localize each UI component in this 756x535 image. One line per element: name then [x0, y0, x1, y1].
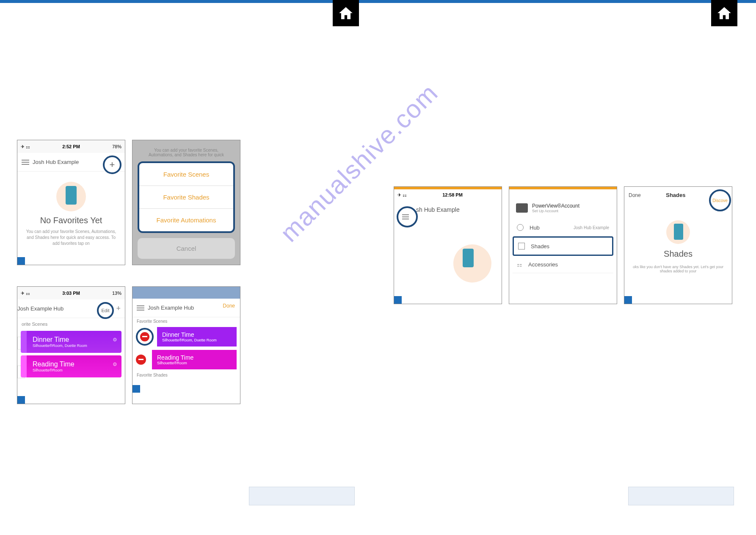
minus-icon [140, 332, 149, 341]
menu-label: Accessories [528, 261, 558, 268]
section-label: orite Scenes [17, 318, 125, 328]
scene-rooms: Silhouette®Room [157, 361, 232, 365]
screenshot-edit-mode: Josh Example Hub Done Favorite Scenes Di… [132, 286, 240, 404]
status-time: 12:58 PM [442, 192, 463, 197]
accessories-icon: ⚏ [517, 261, 522, 268]
delete-button-highlight[interactable] [136, 328, 154, 346]
hub-name: Josh Hub Example [574, 225, 609, 230]
shades-title: Shades [666, 192, 685, 198]
hub-icon [517, 224, 524, 231]
no-favorites-title: No Favorites Yet [17, 216, 125, 225]
menu-item-shades-highlight[interactable]: Shades [513, 236, 613, 256]
home-button-right[interactable] [711, 0, 737, 26]
menu-item-accessories[interactable]: ⚏ Accessories [513, 256, 613, 273]
status-bar: ✈ ⚏ 2:52 PM 78% [17, 140, 125, 153]
done-link[interactable]: Done [223, 303, 235, 309]
page-number-box-left [249, 487, 355, 505]
scene-rooms: Silhouette®Room, Duette Room [33, 344, 87, 348]
screenshot-favorites-list: ✈ ⚏ 3:03 PM 13% Josh Example Hub + Edit … [17, 286, 125, 404]
menu-label: Hub [530, 225, 540, 231]
shades-icon [518, 243, 525, 249]
battery-level: 78% [112, 144, 121, 149]
corner-marker [624, 296, 632, 304]
airplane-wifi-icons: ✈ ⚏ [397, 192, 407, 198]
brand-logo [516, 203, 528, 213]
home-button-left[interactable] [333, 0, 359, 26]
battery-level: 13% [112, 291, 121, 296]
status-bar: ✈ ⚏ 12:58 PM [394, 189, 502, 200]
done-link[interactable]: Done [629, 192, 641, 198]
status-time: 2:52 PM [62, 144, 80, 149]
airplane-wifi-icons: ✈ ⚏ [21, 291, 30, 296]
status-time: 3:03 PM [62, 291, 80, 296]
screenshot-action-sheet: You can add your favorite Scenes, Automa… [132, 140, 240, 265]
scene-tile-dinner[interactable]: Dinner Time Silhouette®Room, Duette Room [157, 327, 237, 347]
edit-row-dinner: Dinner Time Silhouette®Room, Duette Room [132, 325, 240, 348]
gear-icon[interactable]: ⚙ [113, 337, 117, 343]
menu-label: Shades [531, 243, 549, 249]
option-favorite-automations[interactable]: Favorite Automations [139, 209, 233, 231]
account-title: PowerView®Account [532, 203, 579, 209]
shades-heading: Shades [624, 249, 732, 259]
scene-title: Reading Time [157, 354, 232, 361]
no-favorites-subtitle: You can add your favorite Scenes, Automa… [17, 225, 125, 250]
screenshot-shades-discover: Done Shades Discove Shades oks like you … [624, 186, 732, 304]
hub-title: Josh Example Hub [148, 305, 194, 311]
row-bottom: ✈ ⚏ 3:03 PM 13% Josh Example Hub + Edit … [17, 286, 271, 404]
app-header: Josh Hub Example + [17, 153, 125, 172]
screenshot-hub-home: ✈ ⚏ 12:58 PM sh Hub Example [394, 186, 502, 304]
add-button-highlight[interactable]: + [103, 155, 121, 174]
hamburger-icon[interactable] [137, 305, 144, 310]
scene-card-dinner[interactable]: Dinner Time Silhouette®Room, Duette Room… [21, 331, 121, 353]
edit-button-highlight[interactable]: Edit [97, 302, 114, 319]
scene-card-reading[interactable]: Reading Time Silhouette®Room ⚙ [21, 355, 121, 377]
corner-marker [132, 385, 140, 393]
cancel-button[interactable]: Cancel [138, 238, 235, 259]
phone-illustration [666, 220, 690, 244]
corner-marker [17, 257, 25, 265]
right-row: ✈ ⚏ 12:58 PM sh Hub Example PowerView®Ac… [394, 186, 732, 304]
screenshot-no-favorites: ✈ ⚏ 2:52 PM 78% Josh Hub Example + No Fa… [17, 140, 125, 265]
hamburger-icon[interactable] [22, 160, 29, 165]
account-subtitle: Set Up Account [532, 209, 579, 213]
scene-title: Dinner Time [33, 336, 87, 344]
phone-illustration [453, 244, 491, 283]
section-label: Favorite Scenes [132, 317, 240, 325]
option-favorite-shades[interactable]: Favorite Shades [139, 186, 233, 209]
scene-rooms: Silhouette®Room, Duette Room [162, 338, 232, 342]
home-icon [716, 5, 732, 21]
hub-title: Josh Example Hub [17, 305, 63, 312]
page-number-box-right [628, 487, 734, 505]
scene-tile-reading[interactable]: Reading Time Silhouette®Room [152, 350, 237, 369]
menu-item-hub[interactable]: Hub Josh Hub Example [513, 219, 613, 236]
status-bar: ✈ ⚏ 3:03 PM 13% [17, 287, 125, 299]
shades-subtitle: oks like you don't have any Shades yet. … [624, 259, 732, 273]
account-row[interactable]: PowerView®Account Set Up Account [513, 201, 613, 219]
plus-icon[interactable]: + [116, 304, 121, 313]
hamburger-icon [402, 214, 409, 219]
scene-rooms: Silhouette®Room [33, 368, 74, 372]
scene-title: Reading Time [33, 360, 74, 368]
sheet-hint-text: You can add your favorite Scenes, Automa… [138, 145, 235, 161]
home-icon [338, 5, 354, 21]
section-label: Favorite Shades [132, 371, 240, 379]
left-page-column: ✈ ⚏ 2:52 PM 78% Josh Hub Example + No Fa… [17, 140, 271, 425]
edit-row-reading: Reading Time Silhouette®Room [132, 348, 240, 371]
sheet-backdrop: You can add your favorite Scenes, Automa… [132, 140, 240, 265]
corner-marker [394, 296, 402, 304]
option-favorite-scenes[interactable]: Favorite Scenes [139, 163, 233, 186]
phone-illustration [56, 182, 86, 211]
discover-button-highlight[interactable]: Discove [709, 189, 731, 211]
hub-title: sh Hub Example [416, 206, 460, 213]
gear-icon[interactable]: ⚙ [113, 361, 117, 367]
action-sheet-highlight: Favorite Scenes Favorite Shades Favorite… [138, 161, 235, 233]
delete-button[interactable] [136, 355, 146, 365]
row-top: ✈ ⚏ 2:52 PM 78% Josh Hub Example + No Fa… [17, 140, 271, 265]
corner-marker [17, 396, 25, 404]
menu-button-highlight[interactable] [397, 206, 418, 227]
scene-title: Dinner Time [162, 331, 232, 338]
side-menu: PowerView®Account Set Up Account Hub Jos… [509, 189, 617, 273]
screenshot-side-menu: PowerView®Account Set Up Account Hub Jos… [509, 186, 617, 304]
hub-title: Josh Hub Example [33, 159, 79, 165]
airplane-wifi-icons: ✈ ⚏ [21, 144, 30, 150]
